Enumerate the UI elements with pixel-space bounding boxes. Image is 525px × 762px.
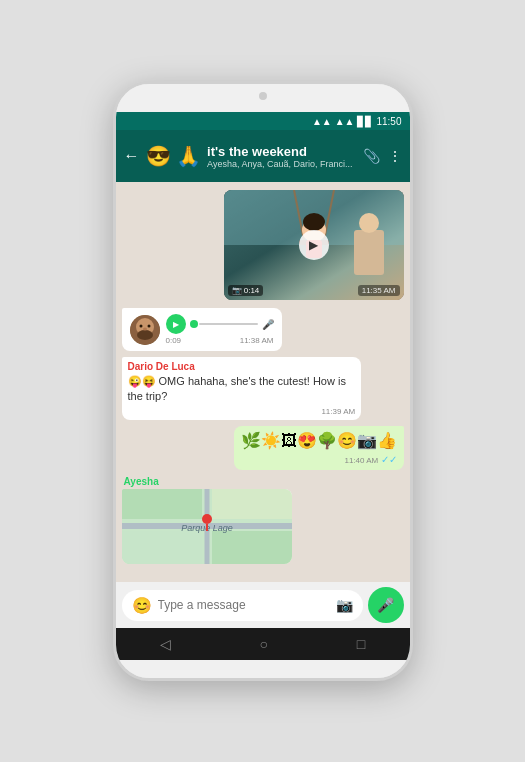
location-bubble[interactable]: Parque Lage [122,489,292,564]
audio-play-button[interactable]: ▶ [166,314,186,334]
audio-message-bubble[interactable]: ▶ 🎤 0:09 11:38 AM [122,308,282,351]
sender-avatar [130,315,160,345]
time-display: 11:50 [376,116,401,127]
phone-top-hardware [116,84,410,112]
camera-dot [259,92,267,100]
camera-attach-button[interactable]: 📷 [336,597,353,613]
phone-frame: ▲▲ ▲▲ ▊▊ 11:50 ← 😎 🙏 it's the weekend Ay… [113,81,413,681]
sender-name-dario: Dario De Luca [128,361,356,372]
video-camera-icon: 📷 [232,286,242,295]
svg-point-24 [202,514,212,524]
video-timestamp: 11:35 AM [358,285,400,296]
chat-area: ▶ 📷 0:14 11:35 AM [116,182,410,582]
mic-icon: 🎤 [262,319,274,330]
recents-nav-icon[interactable]: □ [357,636,365,652]
video-play-button[interactable]: ▶ [299,230,329,260]
phone-bottom-hardware [116,660,410,678]
home-nav-icon[interactable]: ○ [260,636,268,652]
emoji-row-content: 🌿☀️🖼😍🌳😊📷👍 [241,431,397,452]
svg-point-12 [137,330,153,340]
svg-rect-19 [122,489,202,519]
dario-msg-time: 11:39 AM [128,407,356,416]
waveform-track [199,323,258,325]
waveform-dot [190,320,198,328]
battery-icon: ▊▊ [357,116,373,127]
header-actions: 📎 ⋮ [363,148,402,164]
location-msg-wrapper: Ayesha [122,476,292,564]
audio-controls-wrapper: ▶ 🎤 0:09 11:38 AM [166,314,274,345]
voice-record-button[interactable]: 🎤 [368,587,404,623]
signal-icon: ▲▲ [335,116,355,127]
dario-text-bubble: Dario De Luca 😜😝 😜😝 OMG hahaha, she's th… [122,357,362,420]
audio-timestamp: 11:38 AM [240,336,274,345]
svg-rect-20 [212,531,292,564]
video-overlay: 📷 0:14 11:35 AM [228,285,400,296]
message-row-video: ▶ 📷 0:14 11:35 AM [122,190,404,302]
message-input-wrapper[interactable]: 😊 📷 [122,590,363,621]
message-input[interactable] [158,598,330,612]
more-options-icon[interactable]: ⋮ [388,148,402,164]
emoji-row-bubble: 🌿☀️🖼😍🌳😊📷👍 11:40 AM ✓✓ [234,426,404,470]
location-map-preview: Parque Lage [122,489,292,564]
message-row-dario: Dario De Luca 😜😝 😜😝 OMG hahaha, she's th… [122,357,404,420]
back-nav-icon[interactable]: ◁ [160,636,171,652]
attach-icon[interactable]: 📎 [363,148,380,164]
group-emoji-icon: 😎 🙏 [146,144,202,168]
message-row-emojis: 🌿☀️🖼😍🌳😊📷👍 11:40 AM ✓✓ [122,426,404,470]
video-message-bubble[interactable]: ▶ 📷 0:14 11:35 AM [224,190,404,302]
emoji-picker-button[interactable]: 😊 [132,596,152,615]
audio-duration: 0:09 [166,336,182,345]
svg-rect-8 [354,230,384,275]
reaction-emojis: 😜😝 [128,375,156,387]
wifi-icon: ▲▲ [312,116,332,127]
ayesha-sender-name: Ayesha [124,476,292,487]
message-text-dario: 😜😝 😜😝 OMG hahaha, she's the cutest! How … [128,374,356,405]
emoji-msg-time: 11:40 AM ✓✓ [241,454,397,465]
audio-controls: ▶ 🎤 [166,314,274,334]
chat-title: it's the weekend [207,144,356,159]
emoji-ticks: ✓✓ [381,454,397,465]
audio-waveform [190,314,258,334]
mic-icon: 🎤 [377,597,394,613]
phone-screen: ▲▲ ▲▲ ▊▊ 11:50 ← 😎 🙏 it's the weekend Ay… [116,112,410,660]
bottom-nav: ◁ ○ □ [116,628,410,660]
svg-point-13 [139,324,142,327]
svg-point-14 [147,324,150,327]
video-thumbnail: ▶ 📷 0:14 11:35 AM [224,190,404,300]
input-area: 😊 📷 🎤 [116,582,410,628]
svg-rect-21 [122,531,202,564]
chat-subtitle: Ayesha, Anya, Cauã, Dario, Franci... [207,159,356,169]
svg-point-9 [359,213,379,233]
message-row-location: Ayesha [122,476,404,564]
svg-point-15 [143,327,147,330]
video-duration: 📷 0:14 [228,285,264,296]
svg-point-7 [303,213,325,231]
status-bar: ▲▲ ▲▲ ▊▊ 11:50 [116,112,410,130]
svg-rect-22 [212,489,292,519]
status-icons: ▲▲ ▲▲ ▊▊ 11:50 [312,116,402,127]
back-button[interactable]: ← [124,147,140,165]
chat-header: ← 😎 🙏 it's the weekend Ayesha, Anya, Cau… [116,130,410,182]
audio-metadata: 0:09 11:38 AM [166,336,274,345]
message-row-audio: ▶ 🎤 0:09 11:38 AM [122,308,404,351]
header-info[interactable]: it's the weekend Ayesha, Anya, Cauã, Dar… [207,144,356,169]
